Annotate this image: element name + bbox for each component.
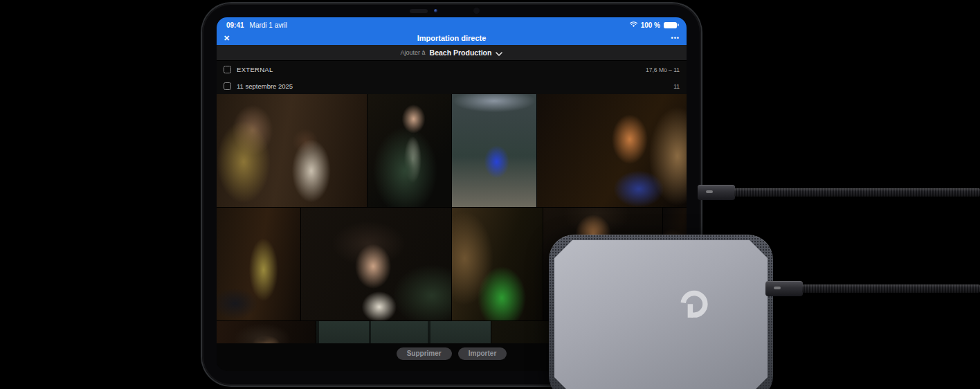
bezel-sensor: [410, 9, 428, 13]
g-drive-logo-icon: [675, 287, 714, 326]
scene: 09:41 Mardi 1 avril 100 %: [0, 0, 980, 389]
delete-button[interactable]: Supprimer: [397, 347, 452, 360]
source-size-count: 17,6 Mo – 11: [646, 66, 680, 73]
cable-wire: [734, 188, 980, 197]
date-checkbox[interactable]: [224, 82, 231, 90]
usb-c-cable-drive: [765, 281, 980, 298]
add-to-label: Ajouter à: [401, 49, 426, 56]
cable-wire: [802, 284, 980, 293]
page-title: Importation directe: [217, 34, 687, 42]
date-group-row: 11 septembre 2025 11: [217, 78, 687, 94]
photo-thumbnail[interactable]: [537, 94, 687, 207]
photo-thumbnail[interactable]: [301, 208, 451, 320]
drive-faceplate: [554, 240, 768, 389]
photo-thumbnail[interactable]: [217, 321, 316, 343]
source-row-external: EXTERNAL 17,6 Mo – 11: [217, 61, 687, 78]
battery-percentage: 100 %: [641, 21, 660, 29]
usb-c-cable-ipad: [698, 185, 980, 201]
status-date: Mardi 1 avril: [250, 21, 287, 29]
album-dropdown[interactable]: Beach Production: [430, 48, 492, 57]
status-bar: 09:41 Mardi 1 avril 100 %: [217, 17, 687, 31]
external-checkbox[interactable]: [224, 66, 231, 73]
source-label: EXTERNAL: [237, 66, 273, 73]
photo-thumbnail[interactable]: [452, 94, 536, 207]
photo-thumbnail[interactable]: [217, 94, 367, 207]
wifi-icon: [630, 21, 637, 29]
usb-c-connector-icon: [765, 281, 803, 296]
front-camera-icon: [434, 9, 437, 12]
portable-ssd-drive: [549, 235, 773, 389]
status-time: 09:41: [226, 21, 244, 29]
title-bar: ✕ Importation directe •••: [217, 31, 687, 45]
battery-icon: [664, 22, 677, 28]
add-to-bar: Ajouter à Beach Production: [217, 45, 687, 61]
usb-c-connector-icon: [698, 185, 735, 200]
import-button[interactable]: Importer: [458, 347, 507, 360]
bezel-camera-dot: [473, 8, 480, 14]
photo-thumbnail[interactable]: [316, 321, 491, 343]
chevron-down-icon[interactable]: [496, 46, 502, 59]
date-label: 11 septembre 2025: [237, 82, 293, 90]
photo-thumbnail[interactable]: [217, 208, 300, 320]
photo-thumbnail[interactable]: [368, 94, 451, 207]
date-count: 11: [673, 83, 680, 90]
photo-thumbnail[interactable]: [452, 208, 543, 320]
